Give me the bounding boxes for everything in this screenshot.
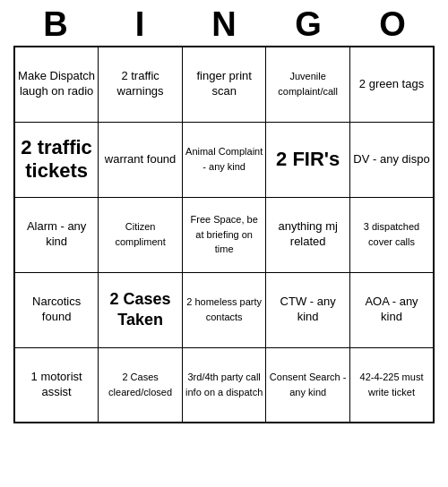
cell-r2-c2: Free Space, be at briefing on time [182,197,265,272]
cell-r0-c1: 2 traffic warnings [99,47,183,122]
cell-r3-c3: CTW - any kind [266,272,350,347]
cell-r2-c1: Citizen compliment [99,197,183,272]
bingo-grid: Make Dispatch laugh on radio2 traffic wa… [13,46,435,423]
cell-r3-c1: 2 Cases Taken [99,272,183,347]
cell-r3-c0: Narcotics found [14,272,99,347]
cell-r4-c4: 42-4-225 must write ticket [350,347,435,423]
letter-b: B [17,5,94,44]
cell-r1-c3: 2 FIR's [266,122,350,197]
cell-r2-c4: 3 dispatched cover calls [350,197,435,272]
cell-r4-c3: Consent Search - any kind [266,347,350,423]
letter-i: I [101,5,178,44]
cell-r0-c2: finger print scan [182,47,265,122]
cell-r3-c2: 2 homeless party contacts [182,272,265,347]
cell-r0-c0: Make Dispatch laugh on radio [14,47,99,122]
cell-r0-c4: 2 green tags [350,47,435,122]
cell-r4-c2: 3rd/4th party call info on a dispatch [182,347,265,423]
bingo-header: B I N G O [13,0,435,46]
cell-r0-c3: Juvenile complaint/call [266,47,350,122]
cell-r3-c4: AOA - any kind [350,272,435,347]
cell-r1-c0: 2 traffic tickets [14,122,99,197]
letter-g: G [270,5,347,44]
cell-r1-c4: DV - any dispo [350,122,435,197]
cell-r1-c1: warrant found [99,122,183,197]
cell-r2-c0: Alarm - any kind [14,197,99,272]
cell-r4-c0: 1 motorist assist [14,347,99,423]
cell-r4-c1: 2 Cases cleared/closed [99,347,183,423]
cell-r2-c3: anything mj related [266,197,350,272]
letter-o: O [354,5,431,44]
cell-r1-c2: Animal Complaint - any kind [182,122,265,197]
letter-n: N [185,5,263,44]
